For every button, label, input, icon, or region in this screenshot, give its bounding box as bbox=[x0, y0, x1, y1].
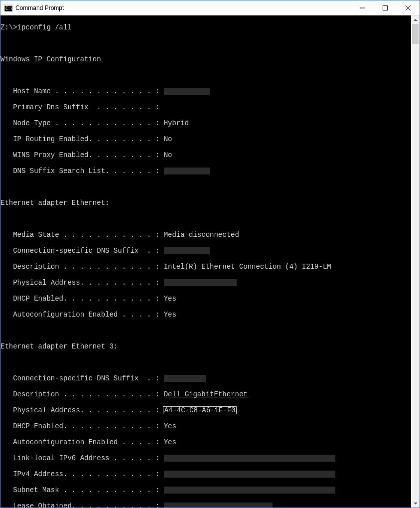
content-area: Z:\>ipconfig /all Windows IP Configurati… bbox=[0, 15, 420, 508]
svg-rect-1 bbox=[4, 4, 12, 6]
cmd-icon: C:\ bbox=[4, 4, 12, 11]
physical-address-highlighted: A4-4C-C8-A6-1F-F0 bbox=[163, 406, 237, 414]
command-prompt-window: C:\ Command Prompt Z:\>ipconfig /all Win… bbox=[0, 0, 420, 508]
svg-text:C:\: C:\ bbox=[5, 6, 12, 11]
field-value: Hybrid bbox=[164, 119, 189, 127]
svg-rect-4 bbox=[383, 5, 388, 10]
field-value: Yes bbox=[164, 422, 176, 430]
redacted-value bbox=[164, 168, 210, 174]
field-label: Description . . . . . . . . . . . : bbox=[0, 390, 164, 398]
minimize-button[interactable] bbox=[351, 0, 374, 15]
redacted-value bbox=[164, 375, 206, 382]
section-header: Ethernet adapter Ethernet: bbox=[0, 199, 411, 207]
field-label: Connection-specific DNS Suffix . : bbox=[0, 247, 164, 255]
svg-marker-7 bbox=[414, 19, 418, 21]
field-value: Dell GigabitEthernet bbox=[164, 390, 248, 398]
redacted-value bbox=[164, 279, 237, 286]
field-label: IP Routing Enabled. . . . . . . . : bbox=[0, 135, 164, 143]
scroll-up-arrow-icon[interactable] bbox=[411, 15, 420, 24]
field-value: Yes bbox=[164, 295, 176, 303]
field-label: WINS Proxy Enabled. . . . . . . . : bbox=[0, 151, 164, 159]
field-label: Link-local IPv6 Address . . . . . : bbox=[0, 454, 164, 462]
scroll-down-arrow-icon[interactable] bbox=[411, 499, 420, 508]
redacted-value bbox=[164, 471, 335, 478]
redacted-value bbox=[164, 247, 210, 254]
field-label: Host Name . . . . . . . . . . . . : bbox=[0, 87, 164, 95]
field-label: Description . . . . . . . . . . . : bbox=[0, 263, 164, 271]
section-header: Ethernet adapter Ethernet 3: bbox=[0, 342, 411, 350]
field-value: No bbox=[164, 151, 172, 159]
terminal-output[interactable]: Z:\>ipconfig /all Windows IP Configurati… bbox=[0, 15, 411, 508]
scroll-thumb[interactable] bbox=[412, 24, 419, 44]
window-title: Command Prompt bbox=[15, 4, 351, 11]
redacted-value bbox=[164, 88, 210, 95]
field-label: Physical Address. . . . . . . . . : bbox=[0, 406, 164, 414]
field-label: Subnet Mask . . . . . . . . . . . : bbox=[0, 486, 164, 494]
window-controls bbox=[351, 0, 420, 15]
redacted-value bbox=[164, 503, 273, 508]
field-label: Autoconfiguration Enabled . . . . : bbox=[0, 311, 164, 319]
close-button[interactable] bbox=[397, 0, 420, 15]
svg-marker-8 bbox=[414, 503, 418, 505]
field-label: DHCP Enabled. . . . . . . . . . . : bbox=[0, 295, 164, 303]
field-value: Media disconnected bbox=[164, 231, 239, 239]
field-label: Autoconfiguration Enabled . . . . : bbox=[0, 438, 164, 446]
field-label: DNS Suffix Search List. . . . . . : bbox=[0, 167, 164, 175]
redacted-value bbox=[164, 455, 335, 462]
field-value: Yes bbox=[164, 438, 176, 446]
redacted-value bbox=[164, 487, 335, 494]
field-label: Node Type . . . . . . . . . . . . : bbox=[0, 119, 164, 127]
field-value: Yes bbox=[164, 311, 176, 319]
field-label: Connection-specific DNS Suffix . : bbox=[0, 374, 164, 382]
vertical-scrollbar[interactable] bbox=[411, 15, 420, 508]
field-label: Physical Address. . . . . . . . . : bbox=[0, 279, 164, 287]
titlebar[interactable]: C:\ Command Prompt bbox=[0, 0, 420, 15]
field-label: Primary Dns Suffix . . . . . . . : bbox=[0, 103, 164, 111]
field-label: Media State . . . . . . . . . . . : bbox=[0, 231, 164, 239]
prompt: Z:\> bbox=[0, 23, 17, 31]
section-header: Windows IP Configuration bbox=[0, 55, 411, 63]
field-value: No bbox=[164, 135, 172, 143]
field-label: IPv4 Address. . . . . . . . . . . : bbox=[0, 470, 164, 478]
command-text: ipconfig /all bbox=[17, 23, 72, 31]
maximize-button[interactable] bbox=[374, 0, 397, 15]
field-label: DHCP Enabled. . . . . . . . . . . : bbox=[0, 422, 164, 430]
field-label: Lease Obtained. . . . . . . . . . : bbox=[0, 502, 164, 508]
field-value: Intel(R) Ethernet Connection (4) I219-LM bbox=[164, 263, 331, 271]
